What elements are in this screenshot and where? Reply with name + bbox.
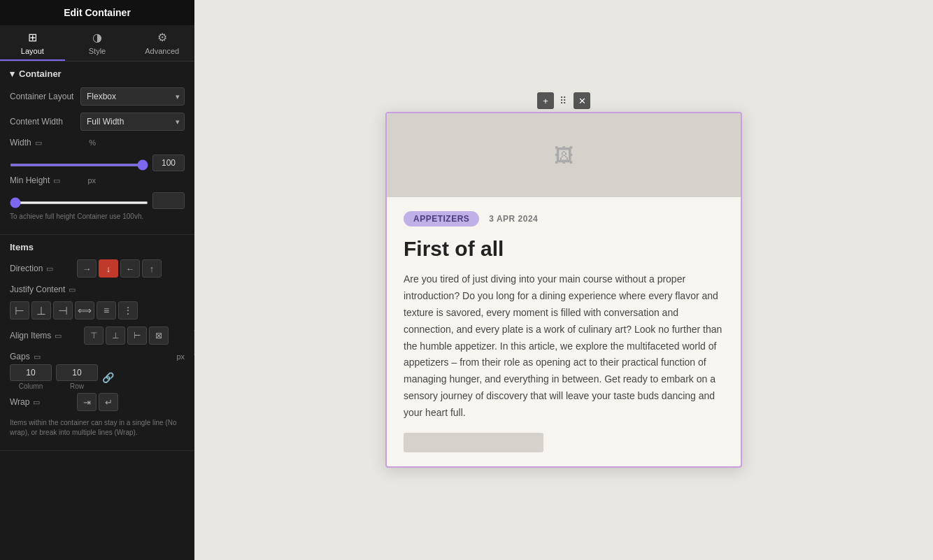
tab-layout-label: Layout <box>21 47 44 55</box>
tab-layout[interactable]: ⊞ Layout <box>0 25 65 61</box>
gaps-label-text: Gaps <box>10 352 30 361</box>
wrap-hint: Items within the container can stay in a… <box>10 418 185 438</box>
style-icon: ◑ <box>92 31 102 44</box>
column-gap-wrap: Column <box>10 364 52 390</box>
width-input[interactable] <box>152 155 185 171</box>
gaps-unit: px <box>169 352 185 361</box>
width-slider-wrap <box>10 158 148 168</box>
article-card: 🖼 APPETIZERS 3 APR 2024 First of all Are… <box>385 112 742 467</box>
min-height-row: Min Height ▭ px <box>10 175 185 185</box>
container-section-label: Container <box>19 69 62 79</box>
direction-btn-group: → ↓ ← ↑ <box>77 259 162 278</box>
min-height-slider-wrap <box>10 196 148 206</box>
content-width-label: Content Width <box>10 117 76 127</box>
jc-btn-space-between[interactable]: ⟺ <box>75 301 94 320</box>
gaps-label: Gaps ▭ <box>10 352 48 361</box>
jc-btn-space-evenly[interactable]: ⋮ <box>118 301 138 320</box>
width-label: Width ▭ <box>10 138 76 148</box>
wrap-btn-group: ⇥ ↵ <box>77 393 118 411</box>
direction-label: Direction ▭ <box>10 264 73 273</box>
card-add-btn[interactable]: + <box>537 92 554 109</box>
min-height-slider-row <box>10 192 185 209</box>
align-items-label-text: Align Items <box>10 331 51 340</box>
justify-content-monitor-icon: ▭ <box>69 285 76 294</box>
layout-icon: ⊞ <box>28 31 37 44</box>
min-height-slider[interactable] <box>10 201 148 204</box>
container-layout-label: Container Layout <box>10 92 76 101</box>
card-close-btn[interactable]: ✕ <box>574 92 590 109</box>
card-toolbar: + ⠿ ✕ <box>537 92 590 109</box>
tab-advanced-label: Advanced <box>145 47 179 55</box>
align-items-btn-group: ⊤ ⊥ ⊢ ⊠ <box>84 326 169 345</box>
card-move-btn[interactable]: ⠿ <box>560 95 568 106</box>
items-section: Items Direction ▭ → ↓ ← ↑ Justify Conten… <box>0 235 194 451</box>
wrap-label: Wrap ▭ <box>10 397 73 407</box>
justify-content-label: Justify Content ▭ <box>10 285 80 294</box>
row-gap-label: Row <box>70 382 84 390</box>
jc-btn-end[interactable]: ⊣ <box>53 301 73 320</box>
width-slider-row <box>10 155 185 171</box>
align-items-label: Align Items ▭ <box>10 331 80 340</box>
content-width-row: Content Width Full Width Boxed <box>10 113 185 131</box>
content-width-select-wrap: Full Width Boxed <box>80 113 185 131</box>
ai-btn-stretch[interactable]: ⊠ <box>149 326 169 345</box>
width-unit: % <box>80 138 96 147</box>
ai-btn-start[interactable]: ⊤ <box>84 326 104 345</box>
direction-row: Direction ▭ → ↓ ← ↑ <box>10 259 185 278</box>
wrap-btn-wrap[interactable]: ↵ <box>99 393 118 411</box>
column-gap-input[interactable] <box>10 364 52 381</box>
row-gap-wrap: Row <box>56 364 98 390</box>
image-placeholder-icon: 🖼 <box>554 144 574 167</box>
container-layout-select-wrap: Flexbox Grid <box>80 87 185 106</box>
content-width-select[interactable]: Full Width Boxed <box>80 113 185 131</box>
card-footer-bar <box>404 433 543 452</box>
jc-btn-center[interactable]: ⊥ <box>31 301 51 320</box>
ai-btn-center[interactable]: ⊥ <box>106 326 125 345</box>
width-slider[interactable] <box>10 164 148 166</box>
direction-btn-row-reverse[interactable]: ← <box>120 259 140 278</box>
row-gap-input[interactable] <box>56 364 98 381</box>
wrap-monitor-icon: ▭ <box>33 398 40 407</box>
container-section: ▾ Container Container Layout Flexbox Gri… <box>0 62 194 235</box>
card-date: 3 APR 2024 <box>489 214 538 224</box>
width-row: Width ▭ % <box>10 138 185 148</box>
min-height-label-text: Min Height <box>10 175 50 185</box>
column-gap-label: Column <box>19 382 43 390</box>
right-area: + ⠿ ✕ 🖼 APPETIZERS 3 APR 2024 First of a… <box>194 0 933 560</box>
card-body: APPETIZERS 3 APR 2024 First of all Are y… <box>387 197 741 466</box>
min-height-hint: To achieve full height Container use 100… <box>10 212 185 222</box>
tab-style[interactable]: ◑ Style <box>65 25 130 61</box>
wrap-label-text: Wrap <box>10 397 29 407</box>
justify-content-btn-group: ⊢ ⊥ ⊣ ⟺ ≡ ⋮ <box>10 301 185 320</box>
align-items-row: Align Items ▭ ⊤ ⊥ ⊢ ⊠ <box>10 326 185 345</box>
left-panel: Edit Container ⊞ Layout ◑ Style ⚙ Advanc… <box>0 0 194 560</box>
ai-btn-end[interactable]: ⊢ <box>127 326 147 345</box>
jc-btn-start[interactable]: ⊢ <box>10 301 29 320</box>
container-layout-select[interactable]: Flexbox Grid <box>80 87 185 106</box>
wrap-btn-nowrap[interactable]: ⇥ <box>77 393 97 411</box>
wrap-row: Wrap ▭ ⇥ ↵ <box>10 393 185 411</box>
min-height-unit: px <box>80 176 96 185</box>
width-label-text: Width <box>10 138 31 148</box>
gaps-link-icon[interactable]: 🔗 <box>102 372 114 383</box>
tab-advanced[interactable]: ⚙ Advanced <box>129 25 194 61</box>
direction-btn-row[interactable]: → <box>77 259 97 278</box>
container-layout-row: Container Layout Flexbox Grid <box>10 87 185 106</box>
justify-content-row: Justify Content ▭ <box>10 285 185 294</box>
direction-monitor-icon: ▭ <box>46 264 53 273</box>
direction-btn-column[interactable]: ↓ <box>99 259 118 278</box>
jc-btn-space-around[interactable]: ≡ <box>97 301 116 320</box>
gaps-monitor-icon: ▭ <box>34 352 41 361</box>
gaps-row: Gaps ▭ px <box>10 352 185 361</box>
width-monitor-icon: ▭ <box>35 138 42 148</box>
panel-title: Edit Container <box>0 0 194 25</box>
tab-style-label: Style <box>89 47 106 55</box>
gaps-inputs-row: Column Row 🔗 <box>10 364 185 390</box>
min-height-input[interactable] <box>152 192 185 209</box>
direction-btn-column-reverse[interactable]: ↑ <box>142 259 162 278</box>
card-body-text: Are you tired of just diving into your m… <box>404 271 724 421</box>
justify-content-label-text: Justify Content <box>10 285 65 294</box>
min-height-label: Min Height ▭ <box>10 175 76 185</box>
container-section-header[interactable]: ▾ Container <box>10 69 185 79</box>
min-height-monitor-icon: ▭ <box>53 176 60 185</box>
